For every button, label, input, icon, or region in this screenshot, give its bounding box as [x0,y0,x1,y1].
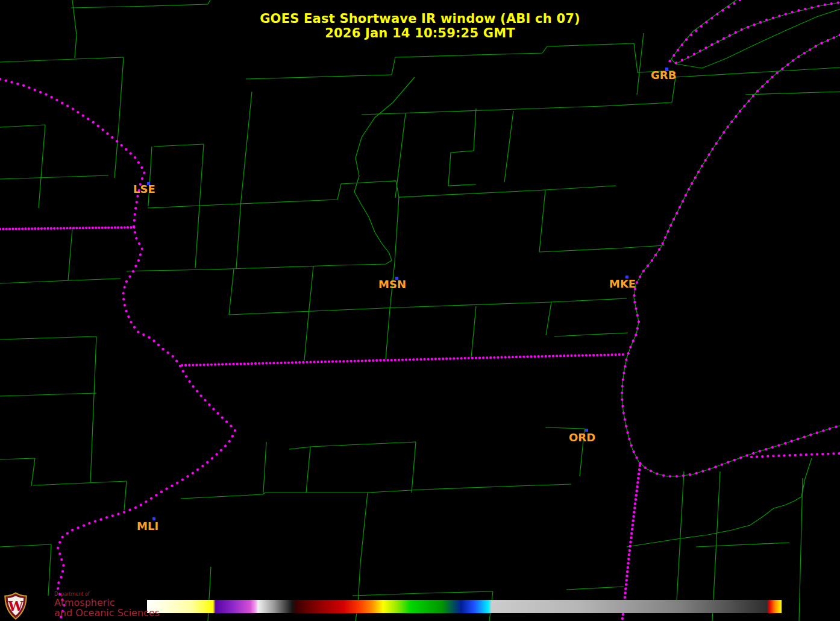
county-line [0,458,35,459]
county-line [539,245,665,252]
county-line [504,111,513,182]
county-line [181,493,368,499]
county-line [676,471,684,612]
border-mn-ia [0,227,136,229]
county-line [395,197,399,262]
county-line [358,493,368,604]
county-line [546,302,551,335]
county-line [0,544,51,547]
image-title-block: GOES East Shortwave IR window (ABI ch 07… [0,11,840,40]
county-line [68,229,72,280]
county-line [362,68,840,115]
county-line [263,442,266,493]
station-label-GRB: GRB [651,70,676,81]
temperature-colorbar [147,600,782,613]
county-line [241,92,252,200]
county-line [154,144,204,147]
image-title: GOES East Shortwave IR window (ABI ch 07… [0,11,840,26]
county-line [33,481,127,485]
station-dot-ORD [585,429,588,432]
county-line [199,144,204,206]
county-line [554,333,628,336]
county-line [0,175,108,179]
county-line [90,336,96,482]
county-line [745,92,840,95]
county-line [637,33,644,95]
county-line [0,125,45,127]
county-line [0,336,96,339]
county-line [195,206,199,268]
county-line [799,478,803,621]
logo-text: Department of Atmospheric and Oceanic Sc… [54,592,160,618]
county-line [353,591,493,596]
county-line [539,190,545,252]
station-label-MKE: MKE [609,279,636,289]
county-line [696,543,789,547]
border-il-in [622,465,640,621]
uw-crest-icon: W [4,592,28,620]
shore-lake-michigan [622,35,840,476]
map-overlay [0,0,840,621]
county-line [309,266,313,315]
county-line [48,544,51,596]
station-label-LSE: LSE [133,184,155,195]
logo-oceanic-sciences: and Oceanic Sciences [54,608,160,618]
county-line [392,43,674,75]
county-line [306,447,310,493]
county-line [0,393,96,396]
station-label-MSN: MSN [378,279,406,290]
county-line [31,458,35,486]
county-line [199,181,616,206]
county-line [0,279,121,283]
border-mississippi-river [0,79,235,621]
county-line [148,147,152,206]
county-line [39,125,45,208]
county-line [127,77,415,271]
county-line [386,309,390,359]
county-line [368,484,571,493]
county-line [148,206,200,208]
county-line [208,0,210,4]
county-line [229,269,234,315]
logo-department-of: Department of [54,592,160,597]
border-wi-il [182,355,625,365]
county-line [229,298,627,315]
county-line [124,481,127,510]
station-dot-GRB [665,68,668,71]
county-line [236,200,241,268]
logo-atmospheric: Atmospheric [54,598,160,608]
county-line [627,458,812,547]
county-line [304,315,309,361]
state-borders [0,0,840,621]
county-line [471,306,476,358]
county-line [289,442,416,449]
county-line [448,109,476,186]
county-line [566,587,624,590]
border-in-mi [751,453,840,457]
station-dot-MLI [152,517,155,520]
goes-satellite-image-viewer: GOES East Shortwave IR window (ABI ch 07… [0,0,840,621]
crest-letter: W [7,598,24,614]
station-dot-MKE [625,276,628,279]
uw-aos-logo: W Department of Atmospheric and Oceanic … [4,592,160,620]
station-dot-LSE [147,182,150,185]
image-timestamp: 2026 Jan 14 10:59:25 GMT [0,26,840,40]
station-label-MLI: MLI [137,521,158,532]
county-line [412,442,416,493]
station-dot-MSN [395,277,398,280]
county-line [246,75,392,79]
station-label-ORD: ORD [569,432,595,443]
county-line [114,57,124,178]
county-line [71,4,208,8]
county-line [0,57,124,62]
